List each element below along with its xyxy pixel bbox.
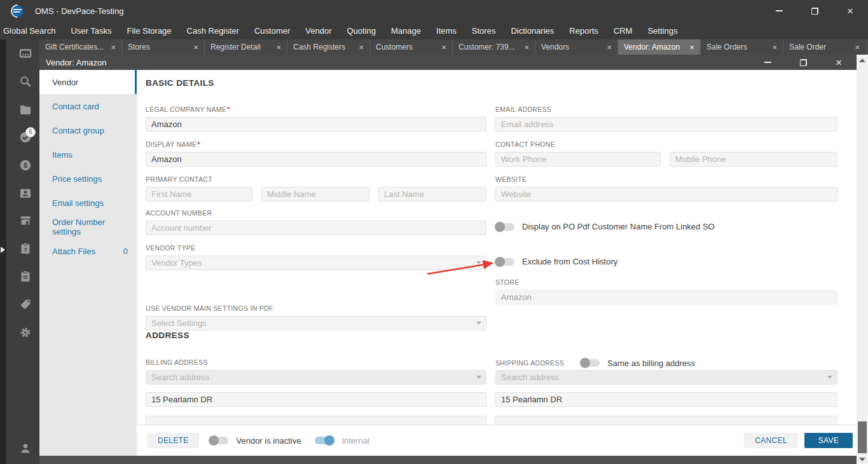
save-button[interactable]: SAVE [804, 433, 853, 448]
app-titlebar: OMS - DevPace-Testing × [0, 0, 868, 22]
billing-address-search-dropdown[interactable]: Search address [146, 370, 486, 385]
tab-close-icon[interactable]: × [772, 43, 777, 51]
nav-item-email-settings[interactable]: Email settings [39, 191, 137, 215]
menu-item-items[interactable]: Items [429, 26, 464, 36]
tab-vendor-amazon[interactable]: Vendor: Amazon× [618, 39, 701, 55]
tab-gift-certificates[interactable]: Gift Certificates...× [39, 39, 122, 55]
vendor-inactive-toggle[interactable] [209, 437, 228, 444]
email-address-input[interactable] [495, 117, 837, 132]
menu-item-user-tasks[interactable]: User Tasks [63, 26, 119, 36]
vertical-scrollbar[interactable] [857, 55, 868, 464]
email-address-field: EMAIL ADDRESS [495, 106, 837, 132]
tab-close-icon[interactable]: × [855, 43, 860, 51]
tab-vendors[interactable]: Vendors× [535, 39, 618, 55]
user-icon[interactable] [19, 442, 32, 454]
menu-item-customer[interactable]: Customer [247, 26, 298, 36]
legal-company-name-field: LEGAL COMPANY NAME* [146, 106, 486, 132]
inner-restore-button[interactable] [785, 55, 821, 70]
last-name-input[interactable] [378, 187, 486, 201]
tab-customers[interactable]: Customers× [370, 39, 453, 55]
attach-files-count: 0 [123, 247, 128, 256]
website-input[interactable] [495, 187, 837, 201]
scroll-down-icon[interactable] [859, 458, 865, 461]
settings-gear-icon[interactable] [19, 326, 32, 339]
restore-icon [811, 8, 818, 15]
nav-item-order-number-settings[interactable]: Order Number settings [39, 215, 137, 239]
cancel-button[interactable]: CANCEL [744, 433, 797, 448]
display-name-input[interactable] [146, 152, 486, 167]
billing-address-field: BILLING ADDRESS Search address [146, 358, 486, 425]
po-pdf-toggle[interactable] [495, 223, 514, 231]
inner-minimize-button[interactable] [750, 55, 785, 70]
internal-toggle[interactable] [315, 437, 334, 444]
menu-item-quoting[interactable]: Quoting [339, 26, 383, 36]
legal-company-name-input[interactable] [146, 117, 486, 132]
shipping-address-line2-input[interactable] [495, 416, 837, 425]
mobile-phone-input[interactable] [670, 152, 837, 167]
menu-item-stores[interactable]: Stores [464, 26, 504, 36]
svg-text:?: ? [24, 246, 27, 253]
tab-cash-registers[interactable]: Cash Registers× [287, 39, 370, 55]
shipping-address-line1-input[interactable] [495, 392, 837, 407]
menu-item-reports[interactable]: Reports [561, 26, 606, 36]
vendor-inactive-label: Vendor is inactive [236, 436, 301, 446]
middle-name-input[interactable] [261, 187, 369, 201]
clipboard-question-icon[interactable]: ? [19, 242, 32, 255]
tab-close-icon[interactable]: × [276, 43, 281, 51]
delete-button[interactable]: DELETE [147, 433, 199, 448]
tab-close-icon[interactable]: × [524, 43, 529, 51]
tab-register-detail[interactable]: Register Detail× [205, 39, 287, 55]
tab-close-icon[interactable]: × [607, 43, 612, 51]
tab-close-icon[interactable]: × [441, 43, 446, 51]
tab-close-icon[interactable]: × [689, 43, 694, 51]
tab-stores[interactable]: Stores× [122, 39, 205, 55]
register-icon[interactable] [19, 47, 32, 60]
restore-button[interactable] [797, 0, 832, 22]
menu-item-settings[interactable]: Settings [640, 26, 685, 36]
tag-icon[interactable] [19, 298, 32, 311]
menu-item-global-search[interactable]: Global Search [3, 26, 63, 36]
menu-item-cash-register[interactable]: Cash Register [179, 26, 247, 36]
nav-item-price-settings[interactable]: Price settings [39, 167, 137, 191]
first-name-input[interactable] [146, 187, 252, 201]
work-phone-input[interactable] [495, 152, 661, 167]
billing-address-line1-input[interactable] [146, 392, 486, 407]
tab-close-icon[interactable]: × [193, 43, 198, 51]
tab-close-icon[interactable]: × [111, 43, 116, 51]
nav-item-items[interactable]: Items [39, 142, 137, 167]
menu-item-dictionaries[interactable]: Dictionaries [503, 26, 561, 36]
menu-item-vendor[interactable]: Vendor [298, 26, 339, 36]
tab-customer-739[interactable]: Customer: 739...× [453, 39, 535, 55]
account-number-field: ACCOUNT NUMBER [146, 209, 486, 235]
tab-sale-orders[interactable]: Sale Orders× [701, 39, 783, 55]
red-callout-arrow [423, 257, 499, 279]
menu-item-manage[interactable]: Manage [383, 26, 429, 36]
pdf-settings-dropdown[interactable]: Select Settings [146, 316, 486, 331]
nav-item-contact-group[interactable]: Contact group [39, 118, 137, 142]
scroll-up-icon[interactable] [859, 58, 865, 62]
contact-card-icon[interactable] [19, 187, 32, 200]
expand-panel-icon[interactable] [1, 247, 5, 253]
store-icon[interactable] [19, 214, 32, 227]
pdf-settings-field: USE VENDOR MAIN SETTINGS IN PDF Select S… [146, 304, 486, 331]
tab-sale-order[interactable]: Sale Order× [783, 39, 866, 55]
nav-item-contact-card[interactable]: Contact card [39, 94, 137, 118]
nav-item-attach-files[interactable]: Attach Files0 [39, 239, 137, 263]
scrollbar-thumb[interactable] [858, 421, 867, 453]
billing-address-line2-input[interactable] [146, 416, 486, 425]
menu-item-crm[interactable]: CRM [606, 26, 640, 36]
primary-contact-field: PRIMARY CONTACT [146, 175, 486, 201]
tab-close-icon[interactable]: × [359, 43, 364, 51]
finance-dollar-icon[interactable]: $ [19, 159, 32, 172]
nav-item-vendor[interactable]: Vendor [39, 70, 137, 94]
close-button[interactable]: × [832, 0, 868, 22]
minimize-button[interactable] [761, 0, 797, 22]
shipping-address-search-dropdown[interactable]: Search address [495, 370, 837, 385]
inner-close-button[interactable]: × [821, 55, 857, 70]
search-icon[interactable] [19, 75, 32, 88]
folder-icon[interactable] [19, 103, 32, 116]
clipboard-list-icon[interactable] [19, 270, 32, 283]
menu-item-file-storage[interactable]: File Storage [119, 26, 179, 36]
account-number-input[interactable] [146, 221, 486, 235]
same-as-billing-toggle[interactable] [581, 359, 600, 367]
